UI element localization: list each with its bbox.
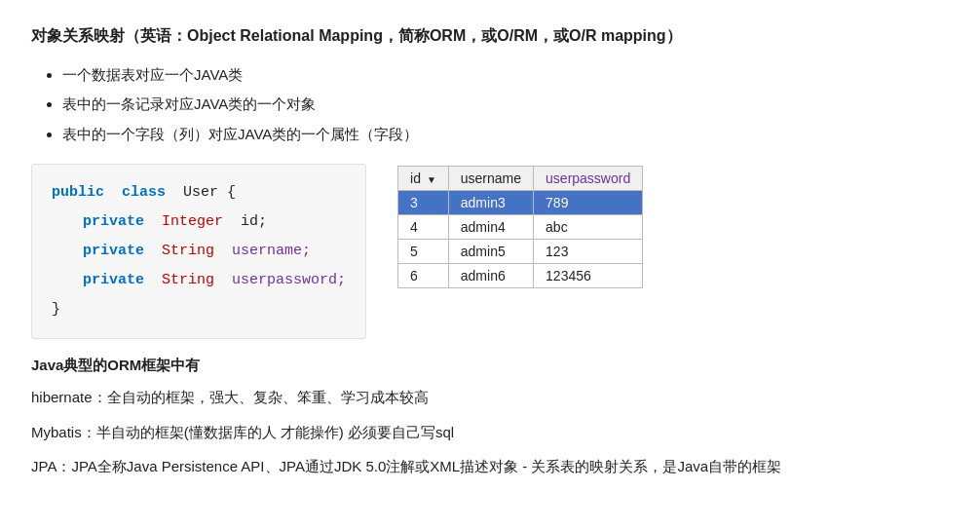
bullet-item-3: 表中的一个字段（列）对应JAVA类的一个属性（字段） [62,122,949,147]
field-username: username; [232,243,311,259]
code-table-section: public class User { private Integer id; … [31,164,949,339]
db-table: id ▼ username userpassword 3admin37894ad… [397,166,643,288]
sort-icon[interactable]: ▼ [427,174,436,185]
page-title: 对象关系映射（英语：Object Relational Mapping，简称OR… [31,23,949,49]
cell-userpassword: abc [534,215,643,240]
cell-id: 4 [398,215,449,240]
cell-userpassword: 123456 [534,264,643,288]
keyword-private-3: private [83,272,144,288]
type-string-1: String [162,243,214,259]
code-line-4: private String userpassword; [52,266,346,295]
type-string-2: String [162,272,214,288]
code-block: public class User { private Integer id; … [31,164,366,339]
cell-username: admin5 [448,240,533,264]
code-line-1: public class User { [52,178,346,208]
cell-username: admin4 [448,215,533,240]
field-id: id; [241,213,267,230]
code-closing: } [52,295,346,324]
code-line-3: private String username; [52,237,346,266]
cell-userpassword: 789 [534,191,643,215]
col-id-label: id [410,170,421,186]
keyword-class: class [122,184,166,201]
keyword-private-2: private [83,243,144,259]
bullet-item-2: 表中的一条记录对应JAVA类的一个对象 [62,92,949,117]
col-header-userpassword[interactable]: userpassword [534,167,643,191]
cell-userpassword: 123 [534,240,643,264]
hibernate-text: hibernate：全自动的框架，强大、复杂、笨重、学习成本较高 [31,385,949,410]
cell-id: 3 [398,191,449,215]
cell-username: admin3 [448,191,533,215]
type-integer: Integer [162,213,223,230]
keyword-private-1: private [83,213,144,230]
table-row[interactable]: 3admin3789 [398,191,643,215]
col-header-username[interactable]: username [448,167,533,191]
cell-id: 6 [398,264,449,288]
field-userpassword: userpassword; [232,272,346,288]
cell-id: 5 [398,240,449,264]
jpa-text: JPA：JPA全称Java Persistence API、JPA通过JDK 5… [31,454,949,479]
bullet-item-1: 一个数据表对应一个JAVA类 [62,62,949,88]
keyword-public: public [52,184,104,201]
table-row[interactable]: 6admin6123456 [398,264,643,288]
mybatis-text: Mybatis：半自动的框架(懂数据库的人 才能操作) 必须要自己写sql [31,420,949,445]
table-row[interactable]: 4admin4abc [398,215,643,240]
table-row[interactable]: 5admin5123 [398,240,643,264]
class-name: User { [183,184,236,201]
db-table-container: id ▼ username userpassword 3admin37894ad… [397,164,643,288]
section2-heading: Java典型的ORM框架中有 [31,357,949,375]
bullet-list: 一个数据表对应一个JAVA类 表中的一条记录对应JAVA类的一个对象 表中的一个… [62,62,949,147]
cell-username: admin6 [448,264,533,288]
code-line-2: private Integer id; [52,208,346,237]
col-header-id[interactable]: id ▼ [398,167,449,191]
